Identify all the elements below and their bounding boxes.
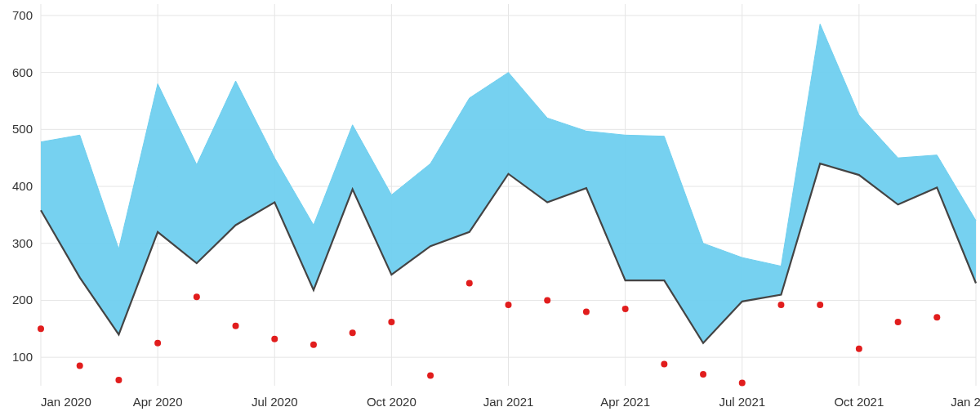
scatter-dot [154,340,161,347]
chart-container: 100200300400500600700Jan 2020Apr 2020Jul… [0,0,980,416]
scatter-dot [427,372,434,378]
x-tick-label: Apr 2021 [600,395,650,409]
x-tick-label: Jan 2020 [41,395,91,409]
scatter-dot [506,302,512,308]
y-tick-label: 600 [12,65,33,79]
chart-svg: 100200300400500600700Jan 2020Apr 2020Jul… [0,0,980,416]
x-tick-label: Jul 2021 [719,395,765,409]
scatter-dot [544,297,550,303]
y-tick-label: 500 [12,122,33,136]
y-tick-label: 100 [12,350,33,364]
scatter-dot [388,319,394,325]
scatter-dot [661,361,667,368]
scatter-dot [739,380,746,387]
scatter-group [38,280,940,387]
scatter-dot [38,325,44,332]
x-tick-label: Jan 2022 [951,395,980,409]
y-tick-label: 300 [12,236,33,250]
scatter-dot [622,306,629,312]
scatter-dot [233,323,239,329]
x-tick-label: Jan 2021 [483,395,534,409]
scatter-dot [350,329,356,336]
scatter-dot [700,371,706,378]
scatter-dot [194,293,200,300]
scatter-dot [271,336,278,342]
y-tick-label: 700 [12,8,33,22]
scatter-dot [466,280,473,287]
scatter-dot [310,342,317,348]
x-tick-label: Apr 2020 [133,395,183,409]
scatter-dot [115,377,122,383]
x-tick-label: Jul 2020 [252,395,298,409]
x-tick-label: Oct 2021 [834,395,884,409]
scatter-dot [817,302,823,308]
scatter-dot [77,363,83,369]
scatter-dot [856,346,862,352]
scatter-dot [933,314,940,320]
scatter-dot [895,319,902,325]
x-tick-label: Oct 2020 [367,395,416,409]
scatter-dot [777,302,784,308]
y-tick-label: 400 [12,179,33,193]
y-tick-label: 200 [12,293,33,306]
scatter-dot [583,308,590,315]
